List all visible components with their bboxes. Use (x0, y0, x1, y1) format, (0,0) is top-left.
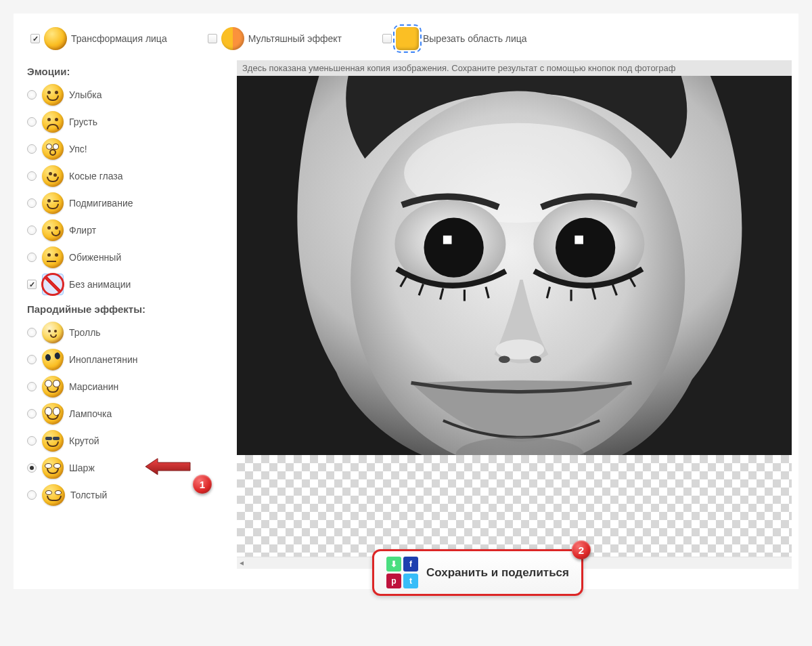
martian-label: Марсианин (69, 381, 118, 392)
option-troll[interactable]: Тролль (27, 319, 217, 346)
top-options: Трансформация лица Мультяшный эффект Выр… (27, 27, 792, 50)
radio-caricature[interactable] (27, 463, 37, 473)
svg-marker-0 (145, 458, 190, 475)
svg-point-21 (499, 356, 510, 364)
smiley-icon (44, 27, 67, 50)
radio-oops[interactable] (27, 144, 37, 154)
top-option-crop[interactable]: Вырезать область лица (382, 27, 527, 50)
top-option-transform[interactable]: Трансформация лица (30, 27, 167, 50)
radio-sad[interactable] (27, 117, 37, 127)
option-wink[interactable]: Подмигивание (27, 190, 217, 217)
emotions-title: Эмоции: (27, 66, 217, 77)
sidebar: Эмоции: Улыбка Грусть Упс! Косые глаза (27, 60, 217, 569)
caricature-label: Шарж (69, 462, 95, 473)
svg-point-7 (556, 218, 615, 278)
svg-rect-9 (574, 236, 583, 244)
radio-bulb[interactable] (27, 409, 37, 418)
main-area: Эмоции: Улыбка Грусть Упс! Косые глаза (27, 60, 792, 569)
radio-fat[interactable] (27, 490, 37, 500)
no-animation-icon (42, 274, 64, 295)
sad-label: Грусть (69, 116, 97, 127)
option-oops[interactable]: Упс! (27, 135, 217, 163)
bulb-label: Лампочка (69, 408, 112, 419)
fat-label: Толстый (70, 490, 107, 500)
cool-label: Крутой (69, 435, 99, 446)
caricature-emoji-icon (42, 457, 64, 479)
crosseyed-emoji-icon (42, 165, 64, 187)
noanim-label: Без анимации (69, 279, 131, 290)
radio-alien[interactable] (27, 355, 37, 364)
annotation-badge-2: 2 (572, 540, 591, 559)
option-noanim[interactable]: Без анимации (27, 271, 217, 298)
wink-emoji-icon (42, 192, 64, 214)
troll-label: Тролль (69, 327, 101, 338)
radio-smile[interactable] (27, 90, 37, 100)
option-smile[interactable]: Улыбка (27, 81, 217, 108)
alien-label: Инопланетянин (69, 354, 137, 365)
crop-icon (396, 27, 419, 50)
radio-flirt[interactable] (27, 225, 37, 235)
option-alien[interactable]: Инопланетянин (27, 346, 217, 373)
bulb-emoji-icon (42, 403, 64, 425)
option-offended[interactable]: Обиженный (27, 244, 217, 271)
twitter-icon[interactable]: t (403, 574, 418, 588)
radio-troll[interactable] (27, 328, 37, 337)
save-share-panel[interactable]: ⬇ f p t Сохранить и поделиться 2 (372, 549, 583, 596)
transform-label: Трансформация лица (71, 33, 167, 44)
cartoon-icon (221, 27, 244, 50)
svg-rect-8 (443, 236, 452, 244)
option-bulb[interactable]: Лампочка (27, 400, 217, 427)
top-option-cartoon[interactable]: Мультяшный эффект (208, 27, 342, 50)
offended-label: Обиженный (69, 252, 121, 263)
cartoon-label: Мультяшный эффект (248, 33, 342, 44)
wink-label: Подмигивание (69, 198, 133, 209)
radio-offended[interactable] (27, 253, 37, 262)
crop-label: Вырезать область лица (423, 33, 527, 44)
option-martian[interactable]: Марсианин (27, 373, 217, 400)
save-share-label: Сохранить и поделиться (426, 566, 569, 580)
radio-wink[interactable] (27, 198, 37, 208)
option-fat[interactable]: Толстый (27, 481, 217, 509)
flirt-label: Флирт (69, 225, 96, 236)
svg-point-22 (530, 356, 541, 364)
radio-cool[interactable] (27, 436, 37, 446)
radio-martian[interactable] (27, 382, 37, 391)
transparent-checker (237, 455, 792, 557)
parody-title: Пародийные эффекты: (27, 303, 217, 315)
martian-emoji-icon (42, 376, 64, 397)
facebook-icon[interactable]: f (403, 557, 418, 572)
checkbox-cartoon[interactable] (208, 34, 217, 43)
sad-emoji-icon (42, 111, 64, 133)
cool-emoji-icon (42, 430, 64, 452)
option-sad[interactable]: Грусть (27, 108, 217, 135)
checkbox-crop[interactable] (382, 34, 392, 43)
oops-emoji-icon (42, 138, 64, 160)
option-caricature[interactable]: Шарж (27, 454, 217, 481)
option-cool[interactable]: Крутой (27, 427, 217, 454)
annotation-badge-1: 1 (193, 475, 212, 494)
troll-emoji-icon (42, 322, 64, 343)
flirt-emoji-icon (42, 219, 64, 241)
smile-emoji-icon (42, 84, 64, 106)
crosseyed-label: Косые глаза (69, 171, 122, 181)
radio-crosseyed[interactable] (27, 171, 37, 181)
smile-label: Улыбка (69, 89, 102, 100)
svg-point-6 (424, 218, 483, 278)
preview-image (237, 76, 792, 455)
alien-emoji-icon (42, 349, 64, 370)
pinterest-icon[interactable]: p (386, 574, 401, 588)
hint-text: Здесь показана уменьшенная копия изображ… (237, 60, 792, 76)
app-container: Трансформация лица Мультяшный эффект Выр… (14, 14, 798, 589)
oops-label: Упс! (69, 144, 87, 154)
checkbox-transform[interactable] (30, 34, 40, 43)
fat-emoji-icon (42, 484, 65, 506)
share-icons: ⬇ f p t (386, 557, 418, 588)
option-flirt[interactable]: Флирт (27, 217, 217, 244)
arrow-icon (145, 457, 193, 476)
preview-panel: Здесь показана уменьшенная копия изображ… (237, 60, 792, 569)
option-crosseyed[interactable]: Косые глаза (27, 163, 217, 190)
download-icon[interactable]: ⬇ (386, 557, 401, 572)
offended-emoji-icon (42, 246, 64, 268)
checkbox-noanim[interactable] (27, 280, 37, 289)
